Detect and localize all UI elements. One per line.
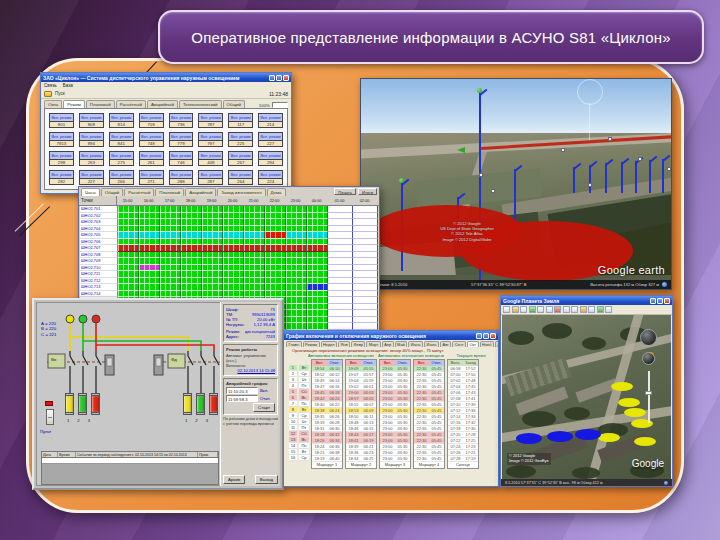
substation-cell[interactable]: Вкл. режим266: [109, 170, 134, 185]
toolbar-icon[interactable]: [520, 306, 527, 313]
lamp-indicator[interactable]: [196, 393, 205, 415]
schedule-button[interactable]: Печать: [334, 188, 356, 195]
toolbar-icon[interactable]: [546, 306, 553, 313]
mnemonic-diagram[interactable]: A = 220B = 220C = 221 Вв Фд 123 123 Пуль…: [36, 302, 222, 486]
close-icon[interactable]: [664, 298, 670, 304]
dispatcher-tab[interactable]: Окна: [44, 100, 62, 108]
earth-aerial-titlebar[interactable]: Google Планета Земля: [501, 296, 672, 305]
placemark-icon[interactable]: [608, 137, 612, 141]
substation-cell[interactable]: Вкл. режим841: [109, 132, 134, 147]
lamp-marker-yellow[interactable]: [634, 437, 656, 446]
dispatcher-tab[interactable]: Технологический: [179, 100, 222, 108]
zoom-slider-handle[interactable]: [645, 391, 652, 395]
lamp-indicator[interactable]: [183, 393, 192, 415]
menu-item[interactable]: Связь: [44, 83, 57, 88]
toolbar-icon[interactable]: [554, 306, 561, 313]
timetable-tab[interactable]: Май: [395, 341, 408, 347]
schedule-tab[interactable]: Завод изготовителя: [217, 188, 265, 196]
substation-cell[interactable]: Вкл. режим797: [198, 132, 223, 147]
look-joystick[interactable]: [640, 329, 657, 346]
substation-cell[interactable]: Вкл. режим264: [228, 170, 253, 185]
substation-cell[interactable]: Вкл. режим746: [169, 151, 194, 166]
toolbar-button-label[interactable]: Пуск: [55, 91, 65, 96]
minimize-icon[interactable]: [269, 75, 275, 81]
lamp-pole[interactable]: [649, 160, 651, 193]
timetable-tab[interactable]: Окт: [467, 341, 479, 347]
toolbar-icon[interactable]: [503, 306, 510, 313]
work-mode-timestamp-link[interactable]: 02.10.2013 14:15:48: [226, 368, 275, 373]
toolbar-icon[interactable]: [537, 306, 544, 313]
maximize-icon[interactable]: [483, 333, 489, 339]
dispatcher-tab[interactable]: Плановый: [86, 100, 115, 108]
panel-button[interactable]: Выход: [255, 475, 278, 484]
lamp-marker-blue[interactable]: [547, 431, 573, 442]
dispatcher-tab[interactable]: Общий: [223, 100, 245, 108]
substation-cell[interactable]: Вкл. режим718: [139, 113, 164, 128]
substation-cell[interactable]: Вкл. режим263: [79, 151, 104, 166]
toolbar-icon[interactable]: [563, 306, 570, 313]
substation-cell[interactable]: Вкл. режим294: [258, 151, 283, 166]
lamp-pole[interactable]: [621, 162, 623, 193]
placemark-icon[interactable]: [479, 173, 483, 177]
toolbar-icon[interactable]: [597, 306, 604, 313]
substation-cell[interactable]: Вкл. режим7813: [49, 132, 74, 147]
schedule-tab[interactable]: Аварийный: [185, 188, 216, 196]
lamp-marker-blue[interactable]: [575, 429, 601, 440]
apply-button[interactable]: Старт: [253, 403, 275, 412]
dispatcher-tab[interactable]: Аварийный: [147, 100, 178, 108]
close-icon[interactable]: [283, 75, 289, 81]
substation-cell[interactable]: Вкл. режим214: [258, 113, 283, 128]
timetable-tab[interactable]: Июнь: [408, 341, 423, 347]
substation-cell[interactable]: Вкл. режим275: [109, 151, 134, 166]
substation-cell[interactable]: Вкл. режим809: [79, 113, 104, 128]
lamp-marker-yellow[interactable]: [618, 398, 640, 407]
lamp-pole[interactable]: [589, 165, 591, 193]
maximize-icon[interactable]: [657, 298, 663, 304]
close-icon[interactable]: [490, 333, 496, 339]
lamp-pole[interactable]: [635, 161, 637, 193]
lamp-indicator[interactable]: [91, 393, 100, 415]
maximize-icon[interactable]: [276, 75, 282, 81]
substation-cell[interactable]: Вкл. режим227: [79, 170, 104, 185]
minimize-icon[interactable]: [650, 298, 656, 304]
substation-cell[interactable]: Вкл. режим261: [139, 151, 164, 166]
timetable-tab[interactable]: Дек: [495, 341, 498, 347]
aerial-map-view[interactable]: © 2012 GoogleImage © 2012 GeoEye Google: [502, 315, 671, 479]
substation-cell[interactable]: Вкл. режим298: [49, 151, 74, 166]
dispatcher-titlebar[interactable]: ЗАО «Циклон» — Система диспетчерского уп…: [41, 73, 291, 82]
substation-cell[interactable]: Вкл. режим117: [228, 113, 253, 128]
folder-icon[interactable]: [44, 91, 52, 97]
placemark-icon[interactable]: [667, 167, 671, 171]
timetable-tab[interactable]: Февр: [351, 341, 365, 347]
placemark-icon[interactable]: [638, 157, 642, 161]
substation-cell[interactable]: Вкл. режим736: [169, 113, 194, 128]
event-log-row[interactable]: [42, 458, 218, 464]
dispatcher-tab[interactable]: Расчётный: [116, 100, 146, 108]
timetable-tab[interactable]: Главн: [286, 341, 302, 347]
substation-cell[interactable]: Вкл. режим894: [79, 132, 104, 147]
substation-cell[interactable]: Вкл. режим227: [258, 132, 283, 147]
schedule-tab[interactable]: Общий: [101, 188, 123, 196]
substation-cell[interactable]: Вкл. режим814: [109, 113, 134, 128]
event-log-table[interactable]: ДатаВремяСобытие за период наблюдения с …: [41, 451, 219, 485]
substation-cell[interactable]: Вкл. режим287: [198, 170, 223, 185]
schedule-tab[interactable]: Плановый: [155, 188, 184, 196]
substation-cell[interactable]: Вкл. режим224: [258, 170, 283, 185]
placemark-icon[interactable]: [561, 148, 565, 152]
toolbar-icon[interactable]: [529, 306, 536, 313]
timetable-tab[interactable]: Янв: [338, 341, 350, 347]
schedule-cell[interactable]: [307, 323, 328, 330]
move-joystick[interactable]: [642, 352, 655, 365]
lamp-marker-yellow[interactable]: [611, 382, 633, 391]
timetable-tab[interactable]: Март: [366, 341, 380, 347]
schedule-tab[interactable]: Расчётный: [124, 188, 154, 196]
substation-cell[interactable]: Вкл. режим288: [169, 170, 194, 185]
schedule-cell[interactable]: [328, 323, 353, 330]
lamp-marker-yellow[interactable]: [598, 433, 620, 442]
earth-3d-view[interactable]: © 2012 GoogleUS Dept of State Geographer…: [360, 78, 672, 290]
substation-cell[interactable]: Вкл. режим282: [49, 170, 74, 185]
panel-switch[interactable]: [46, 409, 54, 425]
timetable-tab[interactable]: Режим: [303, 341, 320, 347]
lamp-pole[interactable]: [662, 159, 664, 193]
timetable-tab[interactable]: Недел: [321, 341, 337, 347]
